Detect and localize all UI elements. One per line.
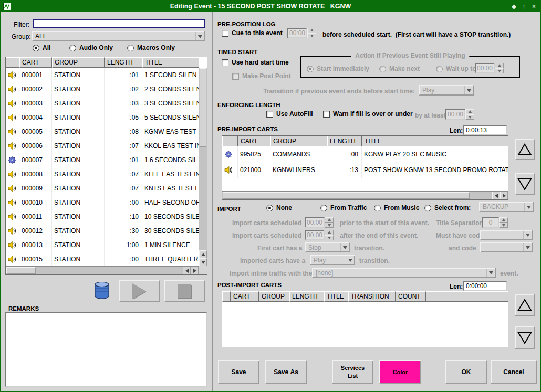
cart-group: STATION	[52, 252, 105, 266]
remarks-label: REMARKS	[8, 305, 39, 312]
scroll-left-icon[interactable]	[183, 267, 191, 274]
cart-row[interactable]: 000009 STATION :07 KNTS EAS TEST I	[6, 181, 199, 195]
cart-title: KGNW EAS TEST	[142, 124, 199, 139]
inline-suffix-label: event.	[500, 270, 518, 277]
pre-import-move-down-button[interactable]	[515, 173, 535, 195]
horizontal-scrollbar[interactable]	[6, 266, 199, 274]
cart-row[interactable]: 000008 STATION :07 KLFE EAS TEST IN	[6, 167, 199, 181]
import-from-music-radio[interactable]: From Music	[374, 204, 419, 211]
cart-type-icon	[6, 209, 19, 224]
sticky-icon[interactable]: ◆	[510, 3, 518, 10]
titlebar[interactable]: Editing Event - 15 SECOND POST SHOW ROTA…	[1, 1, 540, 12]
cart-row[interactable]: 000015 STATION :00 THREE QUARTER	[6, 252, 199, 266]
col-cart[interactable]: CART	[231, 291, 259, 302]
ok-button[interactable]: OK	[445, 360, 487, 384]
color-button[interactable]: Color	[379, 360, 421, 384]
post-import-move-up-button[interactable]	[515, 294, 535, 316]
scroll-right-icon[interactable]	[191, 267, 199, 274]
after-desc-label: after the end of this event.	[340, 232, 418, 239]
pre-import-row[interactable]: 021000 KGNWLINERS :13 POST SHOW KGNW 13 …	[222, 162, 508, 178]
col-count[interactable]: COUNT	[396, 291, 426, 302]
save-button[interactable]: Save	[218, 360, 259, 384]
col-length[interactable]: LENGTH	[289, 291, 324, 302]
cancel-button[interactable]: Cancel	[491, 360, 537, 384]
group-select[interactable]: ALL	[32, 31, 205, 41]
col-title[interactable]: TITLE	[142, 57, 199, 68]
cart-row[interactable]: 000011 STATION :10 10 SECONDS SILE	[6, 209, 199, 224]
scrollbar-thumb[interactable]	[6, 267, 36, 274]
cart-row[interactable]: 000010 STATION :00 HALF SECOND OF	[6, 195, 199, 209]
col-icon[interactable]	[222, 136, 238, 146]
wait-time-spinner: 00:00	[475, 63, 504, 73]
scroll-left-icon[interactable]	[492, 192, 500, 199]
radio-dot	[33, 45, 39, 51]
horizontal-scrollbar[interactable]	[222, 191, 508, 199]
scrollbar-thumb[interactable]	[200, 68, 206, 147]
scroll-right-icon[interactable]	[500, 192, 508, 199]
use-autofill-checkbox[interactable]: Use AutoFill	[266, 110, 313, 118]
cart-title: 2 SECONDS SILEN	[142, 82, 199, 96]
col-length[interactable]: LENGTH	[327, 136, 362, 146]
spin-up-icon	[307, 28, 316, 33]
col-group[interactable]: GROUP	[259, 291, 289, 302]
cart-row[interactable]: 000013 STATION 1:00 1 MIN SILENCE	[6, 238, 199, 252]
vertical-scrollbar[interactable]	[199, 68, 207, 266]
cart-group: STATION	[52, 124, 105, 139]
sched-after-label: Import carts scheduled	[232, 232, 301, 239]
col-icon[interactable]	[222, 291, 231, 302]
col-cart[interactable]: CART	[19, 57, 52, 68]
cart-row[interactable]: 000005 STATION :08 KGNW EAS TEST	[6, 124, 199, 139]
pre-import-header: CART GROUP LENGTH TITLE	[222, 136, 508, 146]
remarks-textarea[interactable]	[5, 312, 207, 387]
cart-row[interactable]: 000007 STATION :01 1.6 SECONDS SIL	[6, 153, 199, 167]
services-list-button[interactable]: Services List	[332, 360, 373, 384]
cart-row[interactable]: 000006 STATION :07 KKOL EAS TEST IN	[6, 139, 199, 153]
col-icon[interactable]	[6, 57, 19, 68]
col-group[interactable]: GROUP	[52, 57, 105, 68]
filter-macros-only-radio[interactable]: Macros Only	[127, 44, 175, 51]
import-none-radio[interactable]: None	[266, 204, 292, 211]
cart-row[interactable]: 000012 STATION :30 30 SECONDS SILE	[6, 224, 199, 238]
maximize-icon[interactable]: ↑	[520, 3, 528, 10]
cart-number: 000008	[19, 167, 52, 181]
window-title: Editing Event - 15 SECOND POST SHOW ROTA…	[13, 3, 508, 10]
scroll-up-icon[interactable]	[199, 250, 207, 258]
checkbox-box	[232, 73, 239, 80]
and-code-label: and code	[449, 245, 476, 252]
enforcing-length-label: ENFORCING LENGTH	[217, 102, 280, 108]
wait-up-to-radio: Wait up to	[436, 65, 476, 72]
cart-type-icon	[6, 68, 19, 82]
filter-all-radio[interactable]: All	[33, 44, 50, 51]
cart-length: :13	[327, 162, 362, 178]
sound-panel-icon[interactable]	[93, 281, 110, 303]
warn-fill-checkbox[interactable]: Warn if fill is over or under	[323, 110, 413, 118]
radio-dot	[374, 205, 381, 211]
pre-import-move-up-button[interactable]	[515, 139, 535, 160]
filter-audio-only-radio[interactable]: Audio Only	[69, 44, 113, 51]
cue-to-event-checkbox[interactable]: Cue to this event	[222, 29, 283, 37]
cart-type-icon	[6, 110, 19, 124]
cart-row[interactable]: 000004 STATION :05 5 SECONDS SILEN	[6, 110, 199, 124]
import-from-traffic-radio[interactable]: From Traffic	[320, 204, 367, 211]
col-title[interactable]: TITLE	[362, 136, 508, 146]
col-title[interactable]: TITLE	[324, 291, 348, 302]
col-cart[interactable]: CART	[238, 136, 270, 146]
cart-number: 000013	[19, 238, 52, 252]
col-transition[interactable]: TRANSITION	[348, 291, 396, 302]
col-length[interactable]: LENGTH	[105, 57, 142, 68]
cart-row[interactable]: 000001 STATION :01 1 SECOND SILEN	[6, 68, 199, 82]
close-icon[interactable]: ×	[530, 3, 538, 10]
scroll-down-icon[interactable]	[199, 258, 207, 266]
cart-row[interactable]: 000003 STATION :03 3 SECONDS SILEN	[6, 96, 199, 110]
post-import-move-down-button[interactable]	[515, 326, 535, 349]
col-group[interactable]: GROUP	[270, 136, 327, 146]
filter-input[interactable]	[33, 19, 205, 28]
sched-after-spinner: 00:00	[305, 230, 334, 240]
import-select-from-radio[interactable]: Select from:	[424, 204, 471, 211]
cart-row[interactable]: 000002 STATION :02 2 SECONDS SILEN	[6, 82, 199, 96]
pre-import-row[interactable]: 995025 COMMANDS :00 KGNW PLAY 20 SEC MUS…	[222, 146, 508, 162]
imported-carts-label: Imported carts have a	[240, 257, 305, 264]
scrollbar-thumb[interactable]	[223, 192, 470, 199]
hard-start-checkbox[interactable]: Use hard start time	[222, 59, 289, 66]
save-as-button[interactable]: Save As	[265, 360, 307, 384]
